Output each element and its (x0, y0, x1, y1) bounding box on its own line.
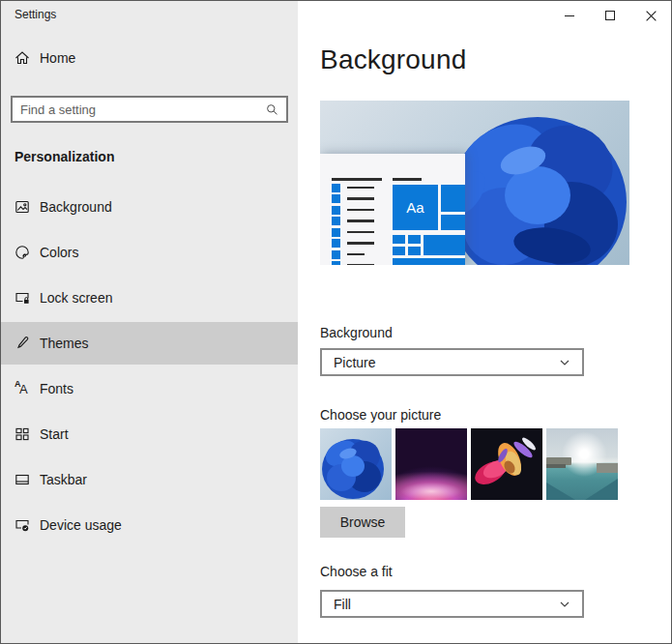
sidebar-item-label: Colors (40, 245, 78, 260)
flower-thumb-graphic (471, 428, 542, 500)
section-title-personalization: Personalization (15, 148, 298, 166)
sidebar-item-label: Device usage (40, 517, 122, 533)
window-title: Settings (1, 1, 298, 21)
settings-window: Settings Home Personalization (0, 0, 672, 644)
taskbar-icon (15, 472, 30, 487)
browse-button[interactable]: Browse (320, 507, 405, 538)
sidebar-item-label: Fonts (40, 381, 73, 396)
preview-tile (441, 185, 465, 212)
search-box[interactable] (11, 96, 288, 123)
sidebar-nav: Background Colors Lock screen (1, 186, 298, 546)
sidebar-item-colors[interactable]: Colors (1, 231, 298, 274)
content-pane: Background (298, 1, 671, 643)
search-icon[interactable] (266, 103, 278, 116)
sidebar-item-taskbar[interactable]: Taskbar (1, 458, 298, 501)
minimize-icon (564, 10, 575, 21)
window-controls (549, 1, 671, 30)
device-check-icon (15, 517, 30, 533)
sidebar-item-fonts[interactable]: AA Fonts (1, 367, 298, 410)
preview-sample-window: Aa (320, 154, 465, 265)
preview-tile (408, 247, 421, 255)
close-icon (645, 10, 657, 22)
preview-tile (393, 258, 465, 265)
thumbnail-windows-11-bloom[interactable] (320, 428, 392, 500)
preview-start-menu (393, 178, 465, 181)
choose-picture-label: Choose your picture (320, 406, 671, 424)
preview-tile (408, 235, 421, 244)
water-shadow-right (585, 479, 618, 500)
sidebar-item-start[interactable]: Start (1, 413, 298, 455)
background-preview-image: Aa (320, 101, 629, 265)
preview-settings-list (332, 178, 382, 265)
water-shadow-left (546, 483, 575, 500)
shoreline-right (597, 463, 618, 473)
preview-tile (424, 235, 465, 255)
thumbnail-lake-sunrise[interactable] (546, 428, 618, 500)
palette-icon (15, 245, 30, 260)
maximize-button[interactable] (590, 1, 630, 30)
preview-accent-tile: Aa (393, 185, 438, 230)
minimize-button[interactable] (549, 1, 590, 30)
close-button[interactable] (630, 1, 671, 30)
tiles-grid-icon (15, 426, 30, 442)
home-icon (15, 50, 30, 66)
page-title: Background (320, 42, 671, 78)
chevron-down-icon (559, 599, 570, 610)
paintbrush-icon (15, 336, 30, 351)
sidebar-item-label: Themes (40, 336, 89, 351)
preview-tile (393, 247, 405, 255)
bloom-thumb-graphic (320, 428, 392, 500)
sidebar-item-themes[interactable]: Themes (1, 322, 298, 365)
image-icon (15, 199, 30, 215)
thumbnail-purple-glow-dark[interactable] (395, 428, 467, 500)
thumbnail-abstract-flower-dark[interactable] (471, 428, 542, 500)
sidebar-item-label: Start (40, 426, 69, 442)
sidebar-item-label: Home (40, 50, 75, 66)
sidebar-item-label: Taskbar (40, 472, 87, 487)
background-type-dropdown[interactable]: Picture (320, 348, 584, 376)
monitor-lock-icon (15, 290, 30, 306)
sidebar-item-device-usage[interactable]: Device usage (1, 504, 298, 546)
picture-thumbnails (320, 428, 671, 500)
fonts-aa-icon: AA (15, 381, 30, 396)
maximize-icon (604, 10, 616, 21)
search-input[interactable] (20, 102, 266, 117)
preview-tile (393, 235, 405, 244)
preview-tile (441, 215, 465, 230)
shoreline-left-dark (546, 464, 566, 468)
fit-dropdown[interactable]: Fill (320, 590, 584, 618)
chevron-down-icon (559, 357, 570, 368)
background-field-label: Background (320, 324, 671, 342)
sidebar: Settings Home Personalization (1, 1, 298, 643)
sidebar-item-lock-screen[interactable]: Lock screen (1, 277, 298, 319)
sidebar-item-label: Lock screen (40, 290, 112, 306)
sidebar-item-label: Background (40, 199, 112, 215)
dropdown-selected-value: Picture (334, 355, 559, 370)
sidebar-item-home[interactable]: Home (1, 46, 298, 70)
dropdown-selected-value: Fill (334, 597, 559, 612)
choose-fit-label: Choose a fit (320, 563, 671, 581)
sidebar-item-background[interactable]: Background (1, 186, 298, 228)
